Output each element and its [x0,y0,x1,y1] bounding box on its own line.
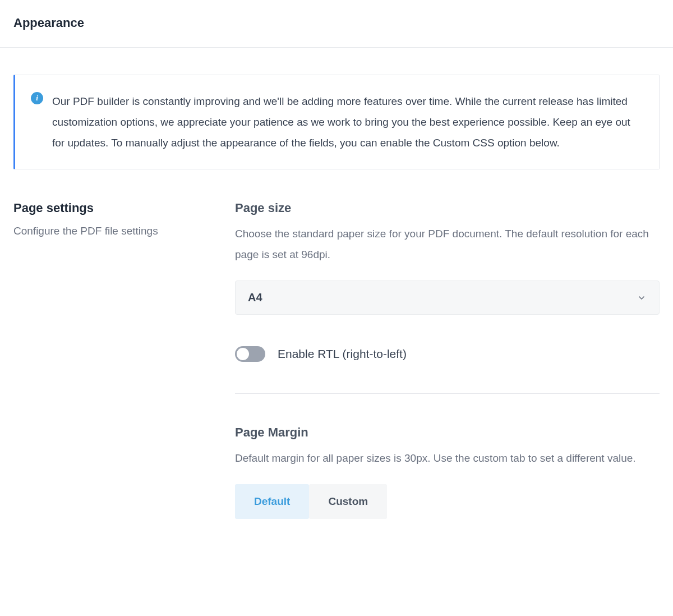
page-margin-tabs: Default Custom [235,484,660,519]
rtl-toggle[interactable] [235,346,265,362]
page-title: Appearance [13,16,660,30]
divider [235,393,660,394]
page-margin-title: Page Margin [235,425,660,440]
info-text: Our PDF builder is constantly improving … [52,91,639,153]
page-size-value: A4 [248,291,262,304]
chevron-down-icon [637,293,647,303]
page-size-desc: Choose the standard paper size for your … [235,223,660,265]
page-settings-desc: Configure the PDF file settings [13,223,235,240]
page-size-title: Page size [235,201,660,215]
toggle-knob [237,348,249,360]
rtl-toggle-label: Enable RTL (right-to-left) [278,347,407,361]
info-icon: i [31,92,43,104]
tab-default[interactable]: Default [235,484,309,519]
page-settings-title: Page settings [13,201,235,215]
tab-custom[interactable]: Custom [309,484,387,519]
page-size-select[interactable]: A4 [235,281,660,315]
info-banner: i Our PDF builder is constantly improvin… [13,75,660,169]
page-margin-desc: Default margin for all paper sizes is 30… [235,448,660,468]
